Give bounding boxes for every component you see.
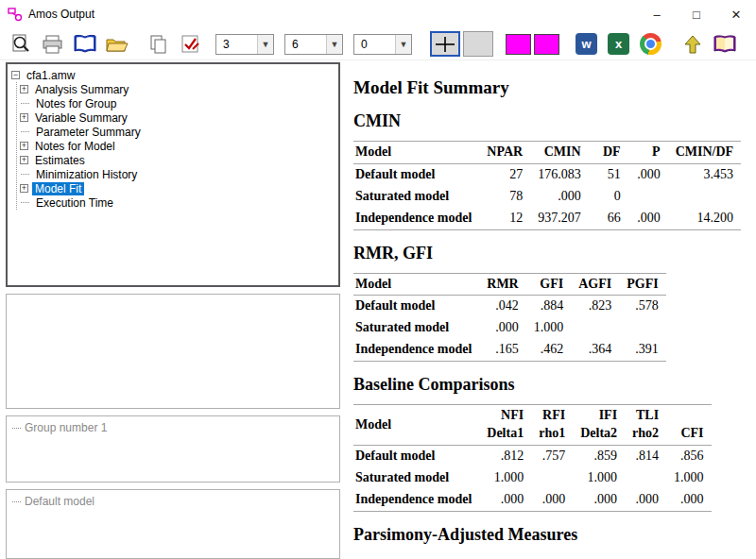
value-cell: 12 [479,208,530,229]
chevron-down-icon[interactable]: ▼ [326,35,342,54]
tree-item-minimization-history[interactable]: Minimization History [18,167,336,181]
tree-item-model-fit[interactable]: +Model Fit [18,181,336,195]
tree-item-parameter-summary[interactable]: Parameter Summary [18,125,336,139]
browser-button[interactable] [636,31,665,58]
data-row: Saturated model78.0000 [353,186,741,208]
tree-children: +Analysis SummaryNotes for Group+Variabl… [16,82,336,210]
expand-icon[interactable]: + [20,113,28,122]
value-cell: .000 [666,489,712,511]
models-panel: Default model [6,489,340,559]
value-cell: .884 [526,296,572,317]
tree-item-estimates[interactable]: +Estimates [18,153,336,167]
tree-item-label[interactable]: Estimates [32,154,88,167]
value-cell [531,467,573,489]
model-label[interactable]: Default model [25,495,94,508]
copy-button[interactable] [144,31,173,58]
tree-connector [21,131,29,132]
manual-button[interactable] [710,31,739,58]
combo-box-3[interactable]: 0 ▼ [353,34,412,55]
minimize-button[interactable]: – [637,0,677,28]
column-header: RFIrho1 [531,405,573,446]
table-grid-button[interactable] [430,31,460,57]
value-cell: 1.000 [573,467,625,489]
expand-icon[interactable]: + [20,142,28,150]
column-header: NPAR [479,142,530,164]
word-export-button[interactable]: w [572,31,601,58]
tree-item-label[interactable]: Analysis Summary [32,83,131,96]
open-file-button[interactable] [102,31,131,58]
expand-icon[interactable]: + [20,85,28,93]
value-cell [619,317,665,339]
list-connector [12,428,21,429]
page-title: Model Fit Summary [353,77,750,98]
value-cell: 1.000 [479,467,531,489]
collapse-icon[interactable]: − [11,71,20,79]
tree-root[interactable]: − cfa1.amw [9,68,336,82]
cmin-table: ModelNPARCMINDFPCMIN/DFDefault model2717… [353,141,741,230]
tree-item-notes-for-group[interactable]: Notes for Group [18,96,336,110]
data-row: Independence model12937.20766.00014.200 [353,208,741,229]
value-cell [668,186,741,208]
excel-icon: x [608,33,629,55]
chevron-down-icon[interactable]: ▼ [257,35,273,54]
excel-export-button[interactable]: x [604,31,633,58]
tree-item-label[interactable]: Execution Time [33,196,116,210]
open-book-icon [713,34,737,55]
magenta-swatch-button-1[interactable] [506,34,531,55]
data-row: Default model27176.08351.0003.453 [353,163,741,185]
print-preview-button[interactable] [6,31,35,58]
tree-item-label[interactable]: Parameter Summary [33,126,144,139]
value-cell: .000 [573,489,625,511]
tree-item-label[interactable]: Minimization History [33,168,140,181]
groups-panel: Group number 1 [6,415,340,483]
chevron-down-icon[interactable]: ▼ [395,35,411,54]
value-cell: 78 [479,186,530,208]
value-cell: .462 [526,339,572,361]
window-title: Amos Output [28,8,94,21]
output-tree-panel[interactable]: − cfa1.amw +Analysis SummaryNotes for Gr… [6,62,340,287]
tree-item-label[interactable]: Model Fit [32,182,84,195]
combo-box-2[interactable]: 6 ▼ [284,34,343,55]
group-label[interactable]: Group number 1 [25,421,107,434]
tree-item-analysis-summary[interactable]: +Analysis Summary [18,82,336,96]
value-cell [628,186,668,208]
tree-item-notes-for-model[interactable]: +Notes for Model [18,139,336,153]
expand-icon[interactable]: + [20,184,28,193]
section-heading-cmin: CMIN [353,111,750,131]
print-button[interactable] [38,31,67,58]
group-list-item[interactable]: Group number 1 [7,416,339,434]
options-button[interactable] [176,31,205,58]
tree-item-label[interactable]: Variable Summary [32,111,130,125]
help-book-button[interactable] [70,31,99,58]
blank-panel[interactable] [6,294,340,409]
tree-item-execution-time[interactable]: Execution Time [18,195,336,210]
section-heading-rmr-gfi: RMR, GFI [353,244,750,263]
value-cell: 0 [589,186,628,208]
model-list-item[interactable]: Default model [7,490,339,508]
output-content[interactable]: Model Fit Summary CMIN ModelNPARCMINDFPC… [344,60,756,559]
plain-table-button[interactable] [463,31,493,57]
magenta-swatch-button-2[interactable] [534,34,559,55]
value-cell: .000 [531,489,573,511]
tree-item-label[interactable]: Notes for Group [33,97,119,110]
data-row: Saturated model.0001.000 [353,317,666,339]
value-cell: .042 [479,296,525,317]
close-button[interactable]: ✕ [716,0,756,28]
value-cell: 14.200 [668,208,741,229]
combo-value-2: 6 [285,35,326,54]
value-cell: .000 [479,489,531,511]
value-cell: 1.000 [666,467,712,489]
titlebar: Amos Output – □ ✕ [0,0,756,28]
upload-button[interactable] [678,31,707,58]
value-cell: .364 [571,339,619,361]
tree-root-label[interactable]: cfa1.amw [24,69,77,82]
column-header: GFI [526,273,572,296]
expand-icon[interactable]: + [20,156,28,164]
maximize-button[interactable]: □ [677,0,716,28]
tree-item-label[interactable]: Notes for Model [32,140,118,153]
value-cell: 176.083 [530,163,589,185]
column-header: Model [353,405,479,446]
combo-box-1[interactable]: 3 ▼ [215,34,274,55]
tree-item-variable-summary[interactable]: +Variable Summary [18,110,336,125]
copy-pages-icon [146,33,171,56]
